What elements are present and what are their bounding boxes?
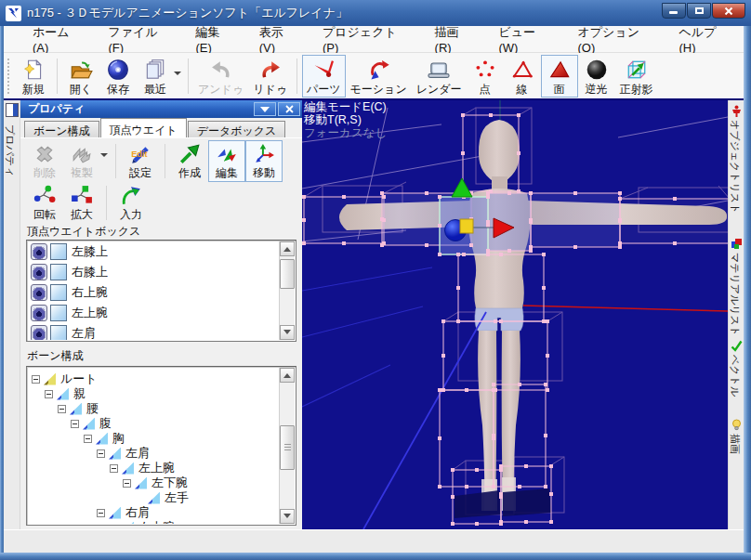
- scrollbar-thumb[interactable]: [280, 425, 295, 470]
- delete-button[interactable]: 削除: [26, 140, 63, 182]
- recent-button[interactable]: 最近: [137, 55, 174, 98]
- undo-button[interactable]: アンドゥ: [193, 55, 248, 98]
- vertex-handle[interactable]: [342, 195, 346, 199]
- vertex-handle[interactable]: [499, 253, 503, 256]
- tree-node[interactable]: 左肩: [93, 446, 279, 461]
- weight-box-row[interactable]: 左肩: [28, 323, 279, 340]
- weight-box-row[interactable]: 左膝上: [28, 241, 279, 262]
- visibility-icon[interactable]: [31, 305, 47, 321]
- vertex-handle[interactable]: [499, 464, 503, 468]
- vertex-handle[interactable]: [542, 253, 546, 256]
- panel-header[interactable]: プロパティ: [20, 100, 302, 118]
- tree-expand-box[interactable]: [84, 435, 92, 443]
- weight-box-row[interactable]: 右上腕: [28, 282, 279, 303]
- vertex-handle[interactable]: [492, 383, 495, 386]
- tree-expand-box[interactable]: [97, 449, 105, 458]
- panel-tab[interactable]: ボーン構成: [24, 121, 99, 137]
- vertex-handle[interactable]: [517, 113, 520, 117]
- toolbar-grip[interactable]: [7, 59, 13, 94]
- create-button[interactable]: 作成: [171, 140, 208, 182]
- vertex-handle[interactable]: [342, 241, 346, 245]
- vertex-handle[interactable]: [489, 113, 493, 117]
- weight-color-box[interactable]: [50, 325, 67, 340]
- vertex-handle[interactable]: [475, 468, 479, 472]
- visibility-icon[interactable]: [31, 243, 47, 260]
- panel-close-button[interactable]: [278, 102, 300, 116]
- vertex-handle[interactable]: [438, 253, 441, 256]
- vertex-handle[interactable]: [469, 243, 473, 247]
- panel-menu-button[interactable]: [254, 102, 276, 116]
- weight-color-box[interactable]: [50, 243, 67, 260]
- vertex-handle[interactable]: [438, 436, 441, 440]
- vertex-handle[interactable]: [618, 191, 622, 195]
- tree-node[interactable]: 左下腕: [119, 475, 279, 490]
- vertex-handle[interactable]: [486, 224, 490, 228]
- vertex-handle[interactable]: [673, 197, 677, 201]
- vertex-handle[interactable]: [425, 191, 428, 195]
- tree-node[interactable]: 親: [41, 386, 279, 401]
- orthographic-button[interactable]: 正射影: [615, 55, 658, 98]
- tab-object-list[interactable]: オブジェクトリスト: [729, 104, 744, 118]
- tab-material-list[interactable]: マテリアルリスト: [729, 237, 744, 251]
- vertex-handle[interactable]: [486, 220, 490, 224]
- vertex-handle[interactable]: [486, 191, 490, 195]
- visibility-icon[interactable]: [31, 284, 47, 301]
- vertex-handle[interactable]: [518, 485, 521, 488]
- vertex-handle[interactable]: [542, 286, 546, 290]
- vertex-handle[interactable]: [517, 189, 520, 193]
- tree-expand-box[interactable]: [97, 509, 105, 517]
- weight-box-row[interactable]: 左上腕: [28, 303, 279, 323]
- vertex-handle[interactable]: [441, 354, 445, 358]
- vertex-handle[interactable]: [499, 520, 503, 524]
- vertex-handle[interactable]: [380, 217, 384, 221]
- vertex-handle[interactable]: [499, 468, 503, 472]
- points-display-button[interactable]: 点: [467, 55, 504, 98]
- move-button[interactable]: 移動: [245, 140, 283, 182]
- weight-color-box[interactable]: [50, 305, 67, 321]
- vertex-handle[interactable]: [529, 245, 533, 249]
- vertex-handle[interactable]: [518, 383, 521, 386]
- vertex-handle[interactable]: [546, 354, 549, 358]
- panel-tab[interactable]: 頂点ウエイト: [100, 118, 187, 137]
- redo-button[interactable]: リドゥ: [248, 55, 292, 98]
- vertex-handle[interactable]: [461, 113, 465, 117]
- weight-color-box[interactable]: [50, 284, 67, 301]
- vertex-handle[interactable]: [492, 434, 495, 437]
- vertex-handle[interactable]: [544, 485, 547, 488]
- vertex-handle[interactable]: [618, 219, 622, 223]
- vertex-handle[interactable]: [438, 195, 441, 199]
- gizmo-center-handle[interactable]: [460, 219, 473, 233]
- duplicate-dropdown-arrow[interactable]: [100, 153, 108, 161]
- scroll-down-button[interactable]: [280, 509, 295, 524]
- vertex-handle[interactable]: [524, 464, 528, 468]
- new-button[interactable]: 新規: [15, 55, 52, 98]
- close-button[interactable]: [712, 3, 745, 19]
- tree-node[interactable]: 左上腕: [106, 461, 279, 475]
- vertex-handle[interactable]: [302, 195, 306, 199]
- tree-node[interactable]: ルート: [28, 371, 279, 386]
- vertex-handle[interactable]: [544, 434, 547, 437]
- weight-color-box[interactable]: [50, 264, 67, 280]
- lines-display-button[interactable]: 線: [504, 55, 541, 98]
- rotate-button[interactable]: 回転: [26, 182, 63, 224]
- tab-drawing[interactable]: 描画: [729, 418, 744, 432]
- tree-expand-box[interactable]: [71, 420, 79, 428]
- open-button[interactable]: 開く: [62, 55, 99, 98]
- tree-expand-box[interactable]: [110, 524, 118, 525]
- vertex-handle[interactable]: [438, 485, 441, 488]
- vertex-handle[interactable]: [499, 492, 503, 496]
- vertex-handle[interactable]: [441, 388, 445, 392]
- visibility-icon[interactable]: [31, 325, 47, 340]
- gizmo-y-arrow[interactable]: [452, 178, 472, 197]
- recent-dropdown-arrow[interactable]: [174, 72, 181, 79]
- vertex-handle[interactable]: [549, 464, 553, 468]
- vertex-handle[interactable]: [573, 191, 577, 195]
- vertex-handle[interactable]: [618, 241, 622, 245]
- weight-box-row[interactable]: 右膝上: [28, 262, 279, 282]
- render-mode-button[interactable]: レンダー: [412, 55, 467, 98]
- vertex-handle[interactable]: [456, 253, 460, 256]
- tree-node[interactable]: 腹: [67, 416, 279, 431]
- input-button[interactable]: 入力: [112, 182, 150, 224]
- tree-expand-box[interactable]: [110, 464, 118, 473]
- parts-mode-button[interactable]: パーツ: [302, 55, 346, 98]
